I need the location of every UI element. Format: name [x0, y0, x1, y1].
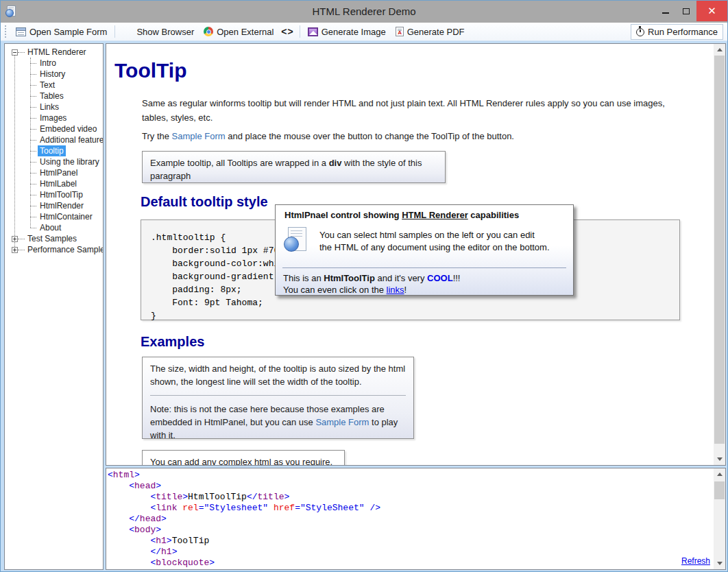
tree-item-label: Text [38, 80, 57, 91]
code-line: <body> [108, 525, 713, 536]
tooltip-title: HtmlPnael control showing HTML Renderer … [284, 210, 519, 220]
toolbar-button-generate-image[interactable]: Generate Image [303, 25, 391, 39]
code-line: <head> [108, 481, 713, 492]
tree-item-label: About [38, 222, 63, 233]
maximize-icon [683, 8, 690, 14]
editor-scrollbar-thumb[interactable] [714, 481, 725, 499]
tree-item-label: Performance Samples [25, 244, 104, 255]
code-line: <blockquote> [108, 558, 713, 568]
code-line: <h1>ToolTip [108, 536, 713, 547]
tree-item-htmlrender[interactable]: HtmlRender [5, 200, 103, 211]
main-scroll-down-arrow[interactable] [714, 453, 725, 465]
html-editor-panel: <html> <head> <title>HtmlToolTip</title>… [106, 468, 726, 570]
tree-item-additional-features[interactable]: Additional features [5, 134, 103, 145]
toolbar-button-label: Generate PDF [407, 27, 465, 37]
maximize-button[interactable] [676, 1, 696, 21]
expand-icon[interactable] [12, 247, 18, 253]
toolbar-button-open-sample-form[interactable]: Open Sample Form [11, 25, 112, 39]
tree-item-text[interactable]: Text [5, 80, 103, 91]
code-line: </head> [108, 514, 713, 525]
close-button[interactable]: ✕ [696, 1, 727, 21]
tree-item-htmlcontainer[interactable]: HtmlContainer [5, 211, 103, 222]
code-line: <link rel="Stylesheet" href="StyleSheet"… [108, 503, 713, 514]
toolbar-grip[interactable] [5, 25, 7, 38]
window-controls: ✕ [655, 1, 727, 21]
tree-item-htmltooltip[interactable]: HtmlToolTip [5, 189, 103, 200]
tree-item-images[interactable]: Images [5, 112, 103, 123]
tree-item-performance-samples[interactable]: Performance Samples [5, 244, 103, 255]
minimize-button[interactable] [655, 1, 676, 21]
toolbar-button-open-external[interactable]: Open External [199, 25, 278, 39]
tree-item-tables[interactable]: Tables [5, 91, 103, 102]
collapse-icon[interactable] [12, 49, 18, 56]
stopwatch-icon [636, 28, 644, 36]
up-arrow-icon [717, 48, 723, 51]
toolbar-button-label: Generate Image [321, 27, 386, 37]
tree-item-tooltip[interactable]: Tooltip [5, 145, 103, 156]
run-performance-button[interactable]: Run Performance [631, 24, 723, 40]
minimize-icon [662, 12, 669, 14]
expand-icon[interactable] [12, 236, 18, 242]
ie-icon [123, 25, 133, 38]
toolbar-button-show-browser[interactable]: Show Browser [118, 23, 199, 40]
tree-item-html-renderer[interactable]: HTML Renderer [5, 47, 103, 58]
tree-item-label: Intro [38, 58, 58, 69]
sample-form-link[interactable]: Sample Form [172, 131, 226, 141]
tree-item-label: Images [38, 112, 69, 123]
toolbar-items: Open Sample FormShow BrowserOpen Externa… [11, 23, 470, 40]
tooltip-links-link[interactable]: links [387, 285, 404, 295]
tree-item-label: Test Samples [25, 233, 79, 244]
tree-item-htmlpanel[interactable]: HtmlPanel [5, 167, 103, 178]
tree-item-htmllabel[interactable]: HtmlLabel [5, 178, 103, 189]
tooltip-divider [282, 267, 566, 268]
main-scroll-up-arrow[interactable] [714, 44, 725, 56]
code-line: <html> [108, 470, 713, 481]
tree-item-label: HtmlToolTip [38, 189, 85, 200]
tree-item-history[interactable]: History [5, 69, 103, 80]
try-paragraph: Try the Sample Form and place the mouse … [142, 129, 690, 143]
refresh-link[interactable]: Refresh [681, 556, 710, 566]
tree-item-label: HtmlRender [38, 200, 86, 211]
titlebar: HTML Renderer Demo ✕ [1, 1, 727, 23]
toolbar-button-view-source[interactable]: <> [278, 24, 296, 39]
main-scrollbar-thumb[interactable] [714, 56, 725, 444]
tree-item-label: Using the library [38, 156, 101, 167]
toolbar-button-label: Open External [217, 27, 274, 37]
image-icon [308, 27, 318, 36]
tree-item-label: HTML Renderer [25, 47, 88, 58]
examples-box-divider [150, 395, 406, 396]
toolbar-separator [114, 25, 115, 38]
editor-scrollbar[interactable] [714, 468, 725, 569]
globe-icon [284, 237, 299, 252]
tree-item-using-the-library[interactable]: Using the library [5, 156, 103, 167]
sample-form-link-2[interactable]: Sample Form [315, 417, 369, 427]
tree-item-intro[interactable]: Intro [5, 58, 103, 69]
example-tooltip-box: Example tooltip, all Tooltips are wrappe… [142, 151, 446, 183]
tree-item-label: HtmlPanel [38, 167, 80, 178]
pdf-icon [396, 27, 404, 36]
main-scrollbar[interactable] [714, 44, 725, 465]
toolbar-button-label: Open Sample Form [29, 27, 107, 37]
examples-box-paragraph2: Note: this is not the case here because … [150, 403, 406, 442]
window-title: HTML Renderer Demo [1, 5, 727, 17]
tree-item-links[interactable]: Links [5, 102, 103, 112]
toolbar: Open Sample FormShow BrowserOpen Externa… [1, 23, 727, 41]
section-heading-default-style: Default tooltip style [141, 194, 268, 210]
editor-scroll-down-arrow[interactable] [714, 558, 725, 569]
examples-box: The size, width and height, of the toolt… [142, 357, 414, 439]
tree-item-label: Additional features [38, 134, 104, 145]
html-tooltip-popup: HtmlPnael control showing HTML Renderer … [275, 204, 574, 296]
intro-paragraph: Same as regular winforms tooltip but wil… [142, 96, 673, 125]
tree-item-label: HtmlContainer [38, 211, 95, 222]
tree-item-about[interactable]: About [5, 222, 103, 233]
editor-scroll-up-arrow[interactable] [714, 468, 725, 480]
tree-item-label: Links [38, 102, 61, 112]
samples-tree-panel: HTML RendererIntroHistoryTextTablesLinks… [4, 43, 104, 570]
down-arrow-icon [717, 457, 723, 461]
tree-item-test-samples[interactable]: Test Samples [5, 233, 103, 244]
tree-item-embeded-video[interactable]: Embeded video [5, 123, 103, 134]
toolbar-button-generate-pdf[interactable]: Generate PDF [391, 25, 470, 39]
tree-item-label: Tooltip [38, 145, 66, 156]
page-title: ToolTip [114, 59, 187, 82]
editor-code[interactable]: <html> <head> <title>HtmlToolTip</title>… [108, 470, 713, 568]
